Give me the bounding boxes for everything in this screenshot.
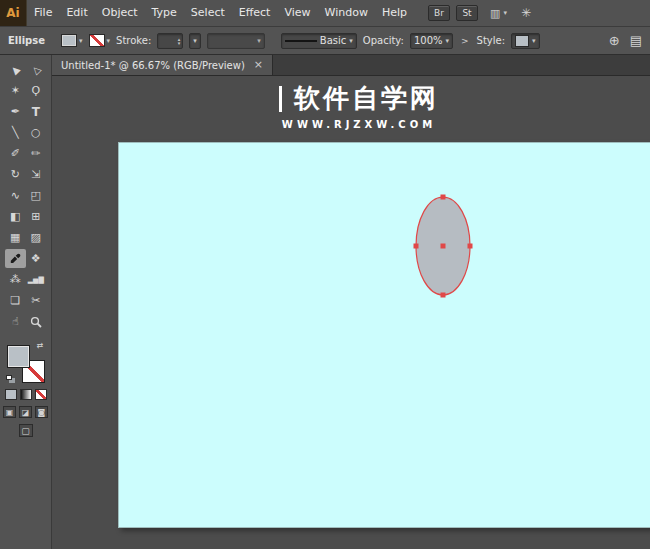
canvas-area[interactable]: 软件自学网 WWW.RJZXW.COM <box>52 76 650 549</box>
line-segment-icon: ╲ <box>12 126 19 139</box>
anchor-top[interactable] <box>441 195 446 200</box>
menu-object[interactable]: Object <box>95 0 145 26</box>
arrange-documents-control[interactable]: ▥ ▾ <box>490 7 507 20</box>
scale-icon: ⇲ <box>31 168 40 181</box>
chevron-down-icon: ▾ <box>257 37 261 45</box>
paintbrush-tool[interactable]: ✐ <box>5 144 26 163</box>
menu-window[interactable]: Window <box>318 0 375 26</box>
direct-selection-tool[interactable]: △ <box>26 60 47 79</box>
chevron-down-icon: ▾ <box>503 9 507 17</box>
anchor-bottom[interactable] <box>441 293 446 298</box>
transparency-panel-arrow[interactable]: > <box>459 36 471 46</box>
watermark-title: 软件自学网 <box>294 81 439 116</box>
document-tab-bar: Untitled-1* @ 66.67% (RGB/Preview) × <box>52 55 650 76</box>
brush-definition-dropdown[interactable]: Basic ▾ <box>281 33 357 49</box>
fill-indicator-swatch[interactable] <box>7 345 30 368</box>
anchor-left[interactable] <box>414 244 419 249</box>
stroke-weight-dropdown[interactable]: ▾ <box>189 33 201 49</box>
width-icon: ∿ <box>11 189 20 202</box>
width-profile-dropdown[interactable]: ▾ <box>207 33 265 49</box>
arrange-documents-icon: ▥ <box>490 7 500 20</box>
draw-normal-button[interactable]: ▣ <box>3 406 16 418</box>
rotate-icon: ↻ <box>11 168 20 181</box>
menu-type[interactable]: Type <box>145 0 184 26</box>
draw-behind-button[interactable]: ◪ <box>19 406 32 418</box>
watermark-url: WWW.RJZXW.COM <box>68 119 650 130</box>
selection-tool[interactable]: ▲ <box>5 60 26 79</box>
type-tool[interactable]: T <box>26 102 47 121</box>
menu-file[interactable]: File <box>27 0 59 26</box>
bridge-button[interactable]: Br <box>428 5 450 21</box>
pencil-icon: ✏ <box>31 147 40 160</box>
workspace-icon[interactable]: ✳ <box>521 6 531 20</box>
recolor-artwork-icon[interactable]: ⊕ <box>609 33 620 48</box>
control-bar: Ellipse ▾ ▾ Stroke: ▴ ▾ ▾ ▾ Basic ▾ Opac… <box>0 27 650 55</box>
zoom-tool[interactable] <box>26 312 47 331</box>
rotate-tool[interactable]: ↻ <box>5 165 26 184</box>
anchor-right[interactable] <box>468 244 473 249</box>
color-button[interactable] <box>5 389 17 400</box>
document-tab-title: Untitled-1* @ 66.67% (RGB/Preview) <box>61 60 245 71</box>
pen-icon: ✒ <box>11 105 20 118</box>
drawing-mode-buttons: ▣ ◪ ◙ <box>0 406 51 418</box>
selection-overlay <box>52 76 650 549</box>
blend-tool[interactable]: ❖ <box>26 249 47 268</box>
screen-mode-button[interactable]: ▢ <box>19 424 33 437</box>
shape-builder-tool[interactable]: ◧ <box>5 207 26 226</box>
selected-object-label: Ellipse <box>8 35 45 46</box>
free-transform-tool[interactable]: ◰ <box>26 186 47 205</box>
draw-inside-icon: ◙ <box>38 408 46 417</box>
gradient-button[interactable] <box>20 389 32 400</box>
draw-inside-button[interactable]: ◙ <box>35 406 48 418</box>
ellipse-tool[interactable]: ○ <box>26 123 47 142</box>
anchor-center[interactable] <box>441 244 446 249</box>
menu-edit[interactable]: Edit <box>59 0 94 26</box>
draw-normal-icon: ▣ <box>6 408 14 417</box>
column-graph-icon: ▂▅▇ <box>28 276 44 284</box>
menu-effect[interactable]: Effect <box>232 0 278 26</box>
column-graph-tool[interactable]: ▂▅▇ <box>26 270 47 289</box>
close-icon[interactable]: × <box>254 60 263 70</box>
pen-tool[interactable]: ✒ <box>5 102 26 121</box>
scale-tool[interactable]: ⇲ <box>26 165 47 184</box>
mesh-tool[interactable]: ▦ <box>5 228 26 247</box>
blend-icon: ❖ <box>31 252 41 265</box>
graphic-style-dropdown[interactable]: ▾ <box>511 33 540 49</box>
app-logo[interactable]: Ai <box>0 0 27 26</box>
lasso-tool[interactable]: Ϙ <box>26 81 47 100</box>
menu-view[interactable]: View <box>277 0 317 26</box>
symbol-sprayer-tool[interactable]: ⁂ <box>5 270 26 289</box>
slice-tool[interactable]: ✂ <box>26 291 47 310</box>
control-panel-menu-icon[interactable]: ▤ <box>630 33 642 48</box>
opacity-dropdown[interactable]: 100% ▾ <box>410 33 453 49</box>
fill-color-control[interactable]: ▾ <box>61 34 83 47</box>
artboard-tool[interactable]: ❏ <box>5 291 26 310</box>
magnifier-icon <box>30 316 42 328</box>
screen-mode-icon: ▢ <box>21 426 30 436</box>
width-tool[interactable]: ∿ <box>5 186 26 205</box>
hand-icon: ☝ <box>12 315 19 328</box>
color-type-buttons <box>0 389 51 400</box>
magic-wand-tool[interactable]: ✶ <box>5 81 26 100</box>
none-button[interactable] <box>35 389 47 400</box>
swap-fill-stroke-icon[interactable]: ⇄ <box>37 341 44 350</box>
shape-builder-icon: ◧ <box>10 210 20 223</box>
gradient-tool[interactable]: ▨ <box>26 228 47 247</box>
default-fill-stroke-icon[interactable] <box>6 375 12 380</box>
stroke-color-control[interactable]: ▾ <box>89 34 111 47</box>
stroke-weight-stepper[interactable]: ▴ ▾ <box>157 33 183 49</box>
menu-help[interactable]: Help <box>375 0 414 26</box>
chevron-down-icon: ▾ <box>532 37 536 45</box>
chevron-down-icon: ▾ <box>107 37 111 45</box>
stepper-down-icon[interactable]: ▾ <box>178 41 181 45</box>
pencil-tool[interactable]: ✏ <box>26 144 47 163</box>
stock-button[interactable]: St <box>456 5 478 21</box>
graphic-style-swatch <box>515 35 529 47</box>
perspective-grid-tool[interactable]: ⊞ <box>26 207 47 226</box>
paintbrush-icon: ✐ <box>11 147 20 160</box>
eyedropper-tool[interactable] <box>5 249 26 268</box>
line-segment-tool[interactable]: ╲ <box>5 123 26 142</box>
hand-tool[interactable]: ☝ <box>5 312 26 331</box>
document-tab[interactable]: Untitled-1* @ 66.67% (RGB/Preview) × <box>52 55 273 75</box>
menu-select[interactable]: Select <box>184 0 232 26</box>
